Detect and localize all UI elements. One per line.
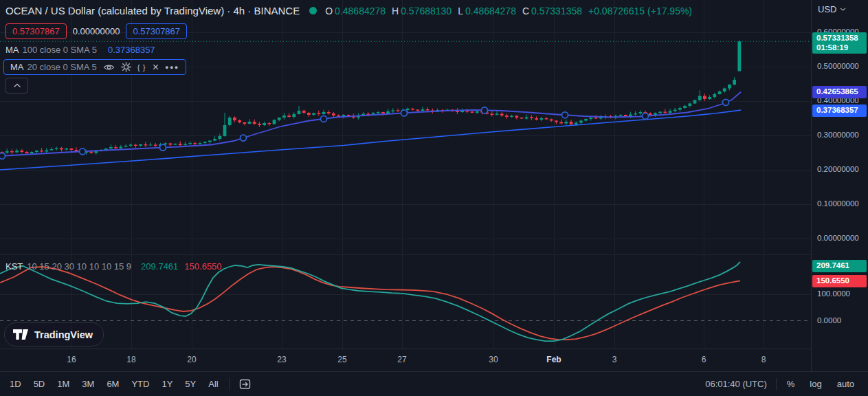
range-button-1y[interactable]: 1Y — [156, 376, 178, 392]
settings-gear-icon[interactable] — [121, 62, 131, 72]
toolbar-divider — [229, 378, 230, 390]
source-code-icon[interactable]: { } — [137, 63, 146, 72]
time-axis-label: 23 — [277, 355, 286, 364]
auto-scale-button[interactable]: auto — [832, 376, 860, 392]
time-axis-label: 8 — [761, 355, 766, 364]
time-axis-label: 3 — [612, 355, 617, 364]
kst-red-value: 150.6550 — [184, 261, 221, 272]
price-axis-tick: 0.20000000 — [817, 165, 859, 173]
more-options-icon[interactable]: ●●● — [165, 64, 179, 71]
chevron-down-icon — [840, 8, 846, 11]
chevron-up-icon — [13, 83, 21, 88]
percent-scale-button[interactable]: % — [781, 376, 801, 392]
range-button-ytd[interactable]: YTD — [126, 376, 155, 392]
change-value: +0.08726615 (+17.95%) — [588, 6, 692, 16]
clock-timezone-button[interactable]: 06:01:40 (UTC) — [701, 376, 771, 392]
ohlc-legend: O 0.48684278 H 0.57688130 L 0.48684278 C… — [325, 6, 692, 16]
range-button-5y[interactable]: 5Y — [179, 376, 201, 392]
time-axis-label: 18 — [126, 355, 135, 364]
time-axis-label: 6 — [702, 355, 706, 364]
ma100-params: 100 close 0 SMA 5 — [23, 45, 97, 55]
range-button-3m[interactable]: 3M — [76, 376, 100, 392]
symbol-title[interactable]: OCEAN / US Dollar (calculated by Trading… — [5, 5, 300, 16]
symbol-header: OCEAN / US Dollar (calculated by Trading… — [5, 5, 692, 16]
indicator-row-kst[interactable]: KST 10 15 20 30 10 10 10 15 9 209.7461 1… — [5, 261, 222, 272]
price-axis-tick: 0.00000000 — [817, 234, 859, 242]
scale-toolbar: 06:01:40 (UTC) %logauto — [701, 376, 868, 392]
open-label: O — [325, 6, 333, 16]
indicator-row-ma20[interactable]: MA 20 close 0 SMA 5 { } × ●●● — [3, 59, 186, 75]
indicator-row-ma100[interactable]: MA100 close 0 SMA 50.37368357 — [5, 45, 155, 55]
ma100-value: 0.37368357 — [108, 45, 155, 55]
scale-buttons: %logauto — [781, 376, 860, 392]
price-axis-tick: 0.30000000 — [817, 131, 859, 139]
kst-axis-tick: 0.0000 — [817, 316, 841, 324]
low-value: 0.48684278 — [465, 6, 516, 16]
kst-red-axis-badge: 150.6550 — [812, 275, 867, 287]
range-button-all[interactable]: All — [203, 376, 223, 392]
go-to-date-icon[interactable] — [234, 377, 256, 390]
time-axis-label: 30 — [489, 355, 498, 364]
price-axis-tick: 0.10000000 — [817, 199, 859, 208]
market-status-dot-icon — [309, 7, 317, 14]
toolbar-divider — [776, 378, 777, 390]
time-axis-label: 20 — [187, 355, 196, 364]
open-value: 0.48684278 — [335, 6, 386, 16]
range-buttons: 1D5D1M3M6MYTD1Y5YAll — [4, 376, 224, 392]
bar-countdown: 01:58:19 — [816, 43, 867, 53]
last-price-badge: 0.57331358 01:58:19 — [812, 32, 867, 54]
price-label-middle: 0.00000000 — [73, 26, 120, 36]
price-labels-row: 0.57307867 0.00000000 0.57307867 — [5, 23, 187, 39]
bottom-toolbar: 1D5D1M3M6MYTD1Y5YAll 06:01:40 (UTC) %log… — [0, 371, 868, 396]
time-axis-label: 27 — [397, 355, 406, 364]
kst-label: KST — [5, 261, 23, 272]
ma20-params: 20 close 0 SMA 5 — [27, 62, 97, 72]
remove-icon[interactable]: × — [153, 63, 159, 72]
range-toolbar: 1D5D1M3M6MYTD1Y5YAll — [0, 376, 256, 392]
time-axis[interactable]: 16182023252730Feb368 — [0, 349, 868, 372]
currency-selector[interactable]: USD — [818, 4, 846, 14]
last-price-value: 0.57331358 — [816, 34, 867, 43]
range-button-1d[interactable]: 1D — [4, 376, 27, 392]
close-label: C — [522, 6, 529, 16]
collapse-legend-button[interactable] — [5, 78, 28, 94]
kst-green-value: 209.7461 — [141, 261, 178, 272]
ma100-label: MA — [5, 45, 19, 55]
high-value: 0.57688130 — [401, 6, 452, 16]
ma100-axis-badge: 0.37368357 — [812, 104, 867, 117]
ma20-label: MA — [10, 62, 24, 72]
tradingview-logo[interactable]: TradingView — [4, 322, 104, 346]
eye-icon[interactable] — [103, 63, 115, 72]
log-scale-button[interactable]: log — [804, 376, 827, 392]
tradingview-chart-window: OCEAN / US Dollar (calculated by Trading… — [0, 0, 868, 396]
price-axis[interactable]: USD 0.600000000.500000000.400000000.3000… — [811, 0, 868, 371]
high-label: H — [392, 6, 399, 16]
low-label: L — [458, 6, 463, 16]
currency-label: USD — [818, 4, 836, 14]
range-button-6m[interactable]: 6M — [101, 376, 124, 392]
time-axis-label: Feb — [546, 355, 561, 364]
price-label-blue[interactable]: 0.57307867 — [126, 23, 187, 39]
kst-green-axis-badge: 209.7461 — [812, 260, 867, 272]
kst-axis-tick: 100.0000 — [817, 289, 850, 298]
price-axis-tick: 0.50000000 — [817, 62, 859, 70]
range-button-5d[interactable]: 5D — [28, 376, 51, 392]
time-axis-label: 25 — [337, 355, 346, 364]
close-value: 0.57331358 — [531, 6, 582, 16]
time-axis-label: 16 — [67, 355, 76, 364]
ma20-axis-badge: 0.42653865 — [812, 86, 867, 98]
price-label-red[interactable]: 0.57307867 — [5, 23, 67, 39]
kst-params: 10 15 20 30 10 10 10 15 9 — [27, 261, 131, 272]
range-button-1m[interactable]: 1M — [52, 376, 75, 392]
tradingview-logo-icon — [12, 329, 29, 340]
tradingview-logo-text: TradingView — [34, 329, 93, 340]
